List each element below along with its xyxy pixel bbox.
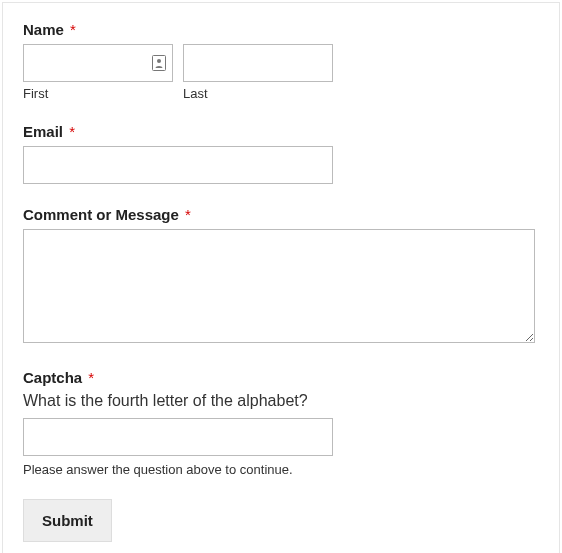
required-mark: *	[185, 206, 191, 223]
email-field-group: Email *	[23, 123, 539, 184]
captcha-hint: Please answer the question above to cont…	[23, 462, 539, 477]
last-name-sublabel: Last	[183, 86, 333, 101]
name-label-text: Name	[23, 21, 64, 38]
comment-label: Comment or Message *	[23, 206, 539, 223]
submit-button[interactable]: Submit	[23, 499, 112, 542]
required-mark: *	[70, 21, 76, 38]
captcha-question: What is the fourth letter of the alphabe…	[23, 392, 539, 410]
captcha-field-group: Captcha * What is the fourth letter of t…	[23, 369, 539, 477]
email-label: Email *	[23, 123, 539, 140]
first-name-col: First	[23, 44, 173, 101]
name-label: Name *	[23, 21, 539, 38]
comment-label-text: Comment or Message	[23, 206, 179, 223]
email-label-text: Email	[23, 123, 63, 140]
captcha-label-text: Captcha	[23, 369, 82, 386]
required-mark: *	[88, 369, 94, 386]
contact-form: Name * First Las	[2, 2, 560, 553]
last-name-input[interactable]	[183, 44, 333, 82]
first-name-input[interactable]	[23, 44, 173, 82]
svg-point-1	[157, 59, 161, 63]
autofill-contact-icon	[152, 55, 166, 71]
first-name-sublabel: First	[23, 86, 173, 101]
comment-textarea[interactable]	[23, 229, 535, 343]
captcha-label: Captcha *	[23, 369, 539, 386]
last-name-col: Last	[183, 44, 333, 101]
name-row: First Last	[23, 44, 539, 101]
captcha-input[interactable]	[23, 418, 333, 456]
email-input[interactable]	[23, 146, 333, 184]
name-field-group: Name * First Las	[23, 21, 539, 101]
first-name-wrap	[23, 44, 173, 82]
comment-field-group: Comment or Message *	[23, 206, 539, 347]
required-mark: *	[69, 123, 75, 140]
